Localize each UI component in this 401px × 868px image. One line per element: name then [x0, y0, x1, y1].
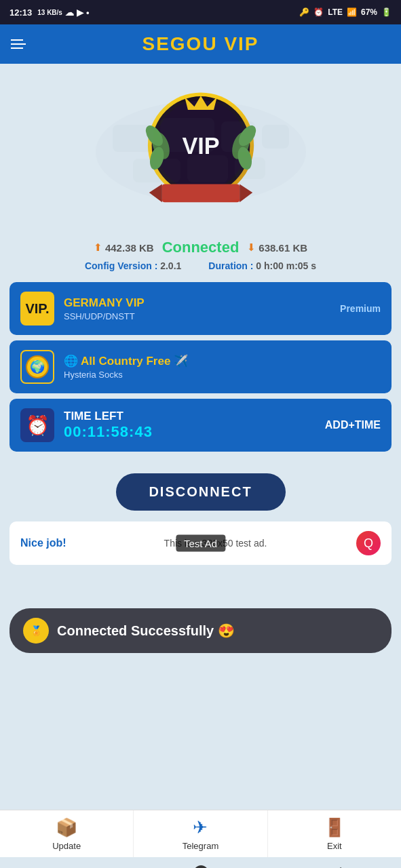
all-country-card-icon: 🌍: [20, 350, 54, 384]
battery-icon: 🔋: [381, 7, 392, 17]
signal-icon: 📶: [347, 7, 357, 17]
ad-icon: Q: [356, 531, 381, 555]
stats-row: ⬆ 442.38 KB Connected ⬇ 638.61 KB: [9, 239, 392, 256]
alarm-icon: ⏰: [313, 7, 324, 17]
duration-value: 0 h:00 m:05 s: [256, 260, 316, 271]
duration-label: Duration :: [208, 260, 253, 271]
upload-stat: ⬆ 442.38 KB: [94, 241, 154, 254]
time-card-info: TIME LEFT 00:11:58:43: [64, 410, 325, 441]
download-icon: ⬇: [247, 241, 256, 254]
config-row: Config Version : 2.0.1 Duration : 0 h:00…: [9, 260, 392, 271]
svg-rect-1: [113, 125, 153, 152]
ad-nicejob: Nice job!: [20, 537, 75, 549]
germany-card-badge: Premium: [340, 303, 381, 314]
key-icon: 🔑: [299, 7, 309, 17]
time-value: 00:11:58:43: [64, 423, 325, 441]
add-time-button[interactable]: ADD+TIME: [325, 419, 381, 431]
exit-label: Exit: [327, 841, 342, 851]
status-bar: 12:13 13 KB/s ☁ ▶ • 🔑 ⏰ LTE 📶 67% 🔋: [0, 0, 401, 24]
svg-text:🌍: 🌍: [30, 359, 45, 374]
germany-card-info: GERMANY VIP SSH/UDP/DNSTT: [64, 296, 340, 321]
back-button[interactable]: ◀: [316, 859, 355, 868]
app-header: SEGOU VIP: [0, 24, 401, 64]
duration-info: Duration : 0 h:00 m:05 s: [208, 260, 316, 271]
bottom-nav: 📦 Update ✈ Telegram 🚪 Exit: [0, 810, 401, 857]
time: 12:13: [9, 7, 32, 18]
all-country-card-info: 🌐 All Country Free ✈️ Hysteria Socks: [64, 354, 381, 380]
ad-banner: Nice job! This is a 320x50 test ad. Q Te…: [9, 521, 392, 565]
update-icon: 📦: [56, 817, 77, 838]
svg-rect-3: [221, 121, 255, 152]
time-label: TIME LEFT: [64, 410, 325, 423]
vip-logo-area: VIP: [9, 64, 392, 233]
battery: 67%: [361, 7, 377, 17]
nav-telegram[interactable]: ✈ Telegram: [134, 810, 267, 857]
network-speed: 13 KB/s: [37, 9, 62, 16]
system-nav: ◼ ⬤ ◀: [0, 857, 401, 868]
disconnect-button[interactable]: DISCONNECT: [116, 473, 286, 511]
menu-button[interactable]: [11, 39, 26, 49]
svg-rect-6: [187, 155, 228, 182]
time-card[interactable]: ⏰ TIME LEFT 00:11:58:43 ADD+TIME: [9, 399, 392, 452]
status-right: 🔑 ⏰ LTE 📶 67% 🔋: [299, 7, 392, 17]
germany-card-title: GERMANY VIP: [64, 296, 340, 310]
svg-rect-4: [262, 125, 289, 149]
upload-value: 442.38 KB: [105, 242, 154, 254]
test-ad-overlay: Test Ad: [176, 535, 225, 552]
telegram-icon: ✈: [193, 817, 208, 838]
cloud-icon: ☁: [65, 7, 74, 18]
time-card-icon: ⏰: [20, 408, 54, 442]
home-button[interactable]: ⬤: [179, 859, 223, 868]
dot-icon: •: [86, 7, 90, 18]
svg-rect-7: [235, 157, 265, 179]
config-info: Config Version : 2.0.1: [85, 260, 181, 271]
status-left: 12:13 13 KB/s ☁ ▶ •: [9, 7, 90, 18]
svg-text:🏅: 🏅: [31, 625, 43, 637]
toast-text: Connected Successfully 😍: [57, 623, 235, 639]
app-title: SEGOU VIP: [142, 33, 259, 55]
upload-icon: ⬆: [94, 241, 102, 254]
germany-card-icon: VIP.: [20, 292, 54, 326]
all-country-card-sub: Hysteria Socks: [64, 370, 381, 380]
download-value: 638.61 KB: [259, 242, 307, 254]
all-country-card-title: 🌐 All Country Free ✈️: [64, 354, 381, 368]
config-label: Config Version :: [85, 260, 157, 271]
germany-vip-card[interactable]: VIP. GERMANY VIP SSH/UDP/DNSTT Premium: [9, 282, 392, 335]
config-version: 2.0.1: [160, 260, 181, 271]
telegram-label: Telegram: [183, 841, 218, 851]
nav-exit[interactable]: 🚪 Exit: [268, 810, 401, 857]
germany-card-sub: SSH/UDP/DNSTT: [64, 311, 340, 321]
spacer: [9, 576, 392, 603]
server-cards: VIP. GERMANY VIP SSH/UDP/DNSTT Premium 🌍…: [9, 282, 392, 457]
recents-button[interactable]: ◼: [47, 859, 86, 868]
download-stat: ⬇ 638.61 KB: [247, 241, 307, 254]
nav-update[interactable]: 📦 Update: [0, 810, 134, 857]
world-map-bg: [92, 98, 309, 206]
main-content: VIP ⬆: [0, 64, 401, 810]
toast-icon: 🏅: [23, 618, 49, 644]
connection-status: Connected: [162, 239, 240, 256]
all-country-card[interactable]: 🌍 🌐 All Country Free ✈️ Hysteria Socks: [9, 340, 392, 393]
update-label: Update: [52, 841, 81, 851]
svg-rect-5: [133, 159, 180, 182]
lte-label: LTE: [328, 7, 343, 17]
send-icon: ▶: [77, 7, 83, 18]
connected-toast: 🏅 Connected Successfully 😍: [9, 608, 392, 653]
exit-icon: 🚪: [324, 817, 345, 838]
svg-rect-2: [160, 118, 214, 152]
